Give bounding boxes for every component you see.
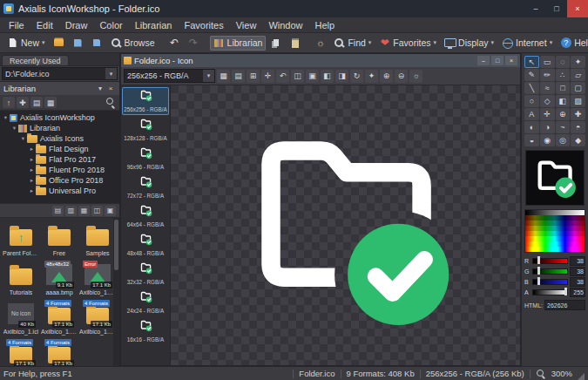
copy-button[interactable]: [267, 36, 285, 51]
find-button[interactable]: Find ▾: [330, 36, 375, 51]
tree-expander-icon[interactable]: ▸: [28, 166, 36, 173]
flip-vertical-icon[interactable]: ◨: [335, 70, 348, 83]
format-item[interactable]: 64x64 - RGB/A: [122, 202, 169, 230]
library-item[interactable]: 4 Formats 17.1 Kb Axilbico_1.b...: [79, 299, 113, 336]
minimize-button[interactable]: –: [525, 0, 546, 17]
library-item[interactable]: 4 Formats 17.1 Kb: [41, 338, 78, 366]
slider-thumb[interactable]: [537, 277, 540, 285]
lasso-tool[interactable]: ◌: [556, 56, 571, 68]
save-button[interactable]: [69, 36, 87, 51]
recent-file-combo[interactable]: D:\Folder.ico ▾: [2, 67, 118, 80]
maximize-button[interactable]: □: [546, 0, 567, 17]
crosshair-icon[interactable]: ✛: [261, 70, 274, 83]
favorites-button[interactable]: ❤ Favorites ▾: [375, 36, 440, 51]
menu-item[interactable]: Librarian: [129, 19, 179, 31]
tree-item[interactable]: ▸ Flat Pro 2017: [0, 154, 119, 165]
grid-toggle-icon[interactable]: ▦: [217, 70, 230, 83]
dodge-tool[interactable]: ◓: [571, 121, 585, 133]
split-view-button[interactable]: ◫: [91, 206, 103, 216]
library-item[interactable]: Tutorials: [3, 260, 39, 297]
new-button[interactable]: New ▾: [3, 36, 49, 51]
move-tool[interactable]: ✚: [571, 108, 585, 120]
channel-slider[interactable]: [532, 268, 568, 275]
menu-item[interactable]: Edit: [30, 19, 59, 31]
zoom-tool[interactable]: ⊕: [556, 108, 571, 120]
eraser-tool[interactable]: ▱: [571, 69, 585, 81]
library-item[interactable]: Samples: [79, 221, 113, 258]
slider-thumb[interactable]: [564, 288, 567, 295]
close-button[interactable]: ×: [567, 0, 588, 17]
combo-dropdown-icon[interactable]: ▾: [105, 68, 117, 79]
tree-expander-icon[interactable]: ▾: [19, 135, 27, 142]
flip-horizontal-icon[interactable]: ◧: [321, 70, 334, 83]
display-button[interactable]: Display ▾: [441, 36, 497, 51]
library-item[interactable]: No icon 40 Kb Axilbico_1.icl: [3, 299, 39, 336]
format-item[interactable]: 32x32 - RGB/A: [122, 260, 169, 288]
zoom-in-icon[interactable]: ⊕: [380, 70, 393, 83]
format-item[interactable]: 48x48 - RGB/A: [122, 231, 169, 259]
open-button[interactable]: [50, 36, 68, 51]
menu-item[interactable]: Window: [262, 19, 308, 31]
format-item[interactable]: 24x24 - RGB/A: [122, 288, 169, 316]
doc-maximize-button[interactable]: □: [491, 56, 504, 65]
channel-slider[interactable]: [532, 279, 568, 285]
tree-expander-icon[interactable]: ▾: [10, 125, 18, 132]
zoom-level[interactable]: 300%: [551, 369, 572, 378]
checker-toggle-icon[interactable]: ▤: [232, 70, 245, 83]
color-picker-tool[interactable]: ✛: [540, 108, 555, 120]
html-color-field[interactable]: 262626: [544, 300, 585, 310]
magic-wand-tool[interactable]: ✦: [571, 56, 585, 68]
color-palette[interactable]: [524, 209, 585, 253]
redo-button[interactable]: ↷: [185, 36, 203, 51]
line-tool[interactable]: ╲: [524, 82, 539, 94]
format-settings-icon[interactable]: ☼: [409, 70, 422, 83]
format-item[interactable]: 256x256 - RGB/A: [122, 87, 169, 115]
tree-item[interactable]: ▾ Axialis Icons: [0, 133, 119, 144]
menu-item[interactable]: View: [230, 19, 263, 31]
text-tool[interactable]: A: [524, 108, 539, 120]
settings-button[interactable]: ☼: [311, 36, 329, 51]
ellipse-tool[interactable]: ○: [524, 95, 539, 107]
gradient-tool[interactable]: ▨: [571, 95, 585, 107]
combo-dropdown-icon[interactable]: ▾: [203, 70, 214, 82]
grid-view-button[interactable]: ▦: [78, 206, 90, 216]
librarian-toggle-button[interactable]: Librarian: [210, 36, 267, 51]
tree-item[interactable]: ▾ Axialis IconWorkshop: [0, 112, 119, 123]
tree-item[interactable]: ▸ Fluent Pro 2018: [0, 165, 119, 175]
tree-item[interactable]: ▸ Universal Pro: [0, 186, 119, 196]
library-item[interactable]: Free: [41, 221, 78, 258]
rounded-rect-tool[interactable]: ▢: [571, 82, 585, 94]
tree-item[interactable]: ▸ Office Pro 2018: [0, 175, 119, 186]
zoom-out-icon[interactable]: ⊖: [395, 70, 408, 83]
airbrush-tool[interactable]: ∴: [556, 69, 571, 81]
details-view-button[interactable]: ▤: [52, 206, 64, 216]
panel-menu-button[interactable]: ▾: [95, 85, 105, 92]
contrast-tool[interactable]: ◆: [571, 134, 585, 146]
effects-icon[interactable]: ✦: [365, 70, 378, 83]
fill-tool[interactable]: ◧: [556, 95, 571, 107]
smudge-tool[interactable]: ~: [556, 121, 571, 133]
save-all-button[interactable]: [88, 36, 106, 51]
paste-format-icon[interactable]: ▣: [306, 70, 319, 83]
slider-thumb[interactable]: [537, 267, 540, 275]
channel-slider[interactable]: [532, 289, 568, 295]
resize-grip[interactable]: [578, 373, 585, 380]
format-selector-combo[interactable]: 256x256 - RGB/A ▾: [124, 69, 215, 83]
saturation-tool[interactable]: ◎: [556, 134, 571, 146]
channel-value[interactable]: 38: [570, 256, 585, 266]
list-small-view-button[interactable]: ▥: [65, 206, 77, 216]
menu-item[interactable]: Favorites: [178, 19, 229, 31]
browse-button[interactable]: Browse: [107, 36, 159, 51]
sharpen-tool[interactable]: ◑: [540, 121, 555, 133]
colorize-tool[interactable]: ◉: [540, 134, 555, 146]
library-item[interactable]: Error 17.1 Kb Axilbico_1.b...: [79, 260, 113, 297]
parent-folder-button[interactable]: ↑: [3, 97, 15, 108]
burn-tool[interactable]: ◒: [524, 134, 539, 146]
search-icon[interactable]: [105, 97, 117, 108]
editing-canvas[interactable]: [171, 85, 520, 365]
menu-item[interactable]: Color: [93, 19, 128, 31]
blur-tool[interactable]: ◐: [524, 121, 539, 133]
tree-expander-icon[interactable]: ▸: [28, 156, 36, 163]
pencil-tool[interactable]: ✎: [524, 69, 539, 81]
librarian-scrollbar[interactable]: [113, 218, 119, 366]
